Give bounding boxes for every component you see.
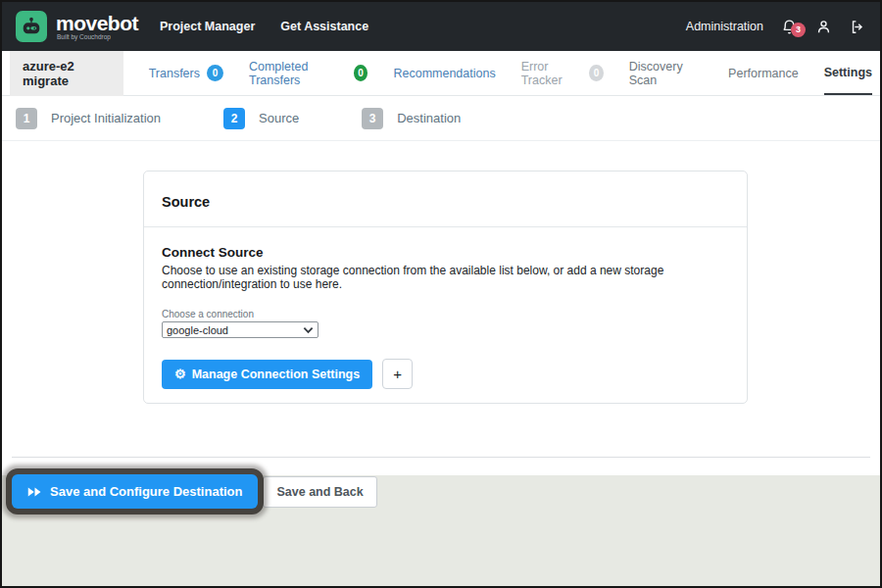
save-and-configure-destination-button[interactable]: Save and Configure Destination	[12, 474, 258, 509]
brand-text[interactable]: movebot Built by Couchdrop	[56, 13, 138, 41]
main-content: Source Connect Source Choose to use an e…	[2, 141, 880, 475]
tab-settings[interactable]: Settings	[824, 51, 872, 95]
fast-forward-icon	[27, 486, 42, 498]
step-source[interactable]: 2 Source	[223, 108, 299, 129]
project-name-pill[interactable]: azure-e2 migrate	[10, 51, 123, 96]
error-tracker-count-badge: 0	[589, 65, 604, 81]
source-card-body: Connect Source Choose to use an existing…	[144, 227, 747, 403]
tab-settings-label: Settings	[824, 66, 872, 79]
source-card: Source Connect Source Choose to use an e…	[143, 171, 748, 404]
tab-recommendations[interactable]: Recommendations	[393, 51, 495, 95]
top-navigation-bar: movebot Built by Couchdrop Project Manag…	[2, 2, 880, 51]
connect-source-title: Connect Source	[162, 245, 729, 260]
card-title: Source	[162, 194, 729, 210]
account-button[interactable]	[815, 19, 832, 35]
movebot-logo-icon[interactable]	[16, 11, 47, 42]
notification-count-badge: 3	[791, 23, 806, 37]
top-right-controls: Administration 3	[686, 19, 866, 35]
brand-name: movebot	[56, 13, 138, 33]
tab-transfers-label: Transfers	[149, 67, 200, 80]
step-3-label: Destination	[397, 111, 461, 125]
nav-project-manager[interactable]: Project Manager	[160, 20, 255, 33]
content-divider	[12, 457, 870, 458]
tab-transfers[interactable]: Transfers 0	[149, 51, 223, 95]
source-card-header: Source	[144, 172, 747, 227]
settings-stepper: 1 Project Initialization 2 Source 3 Dest…	[2, 96, 880, 141]
notifications-button[interactable]: 3	[781, 19, 798, 35]
tab-completed-transfers[interactable]: Completed Transfers 0	[249, 51, 368, 95]
plus-icon: +	[393, 366, 402, 382]
save-and-back-button[interactable]: Save and Back	[263, 476, 376, 508]
save-and-configure-destination-label: Save and Configure Destination	[50, 484, 242, 499]
person-icon	[815, 19, 832, 35]
tab-error-tracker-label: Error Tracker	[521, 60, 583, 87]
connection-buttons-row: ⚙ Manage Connection Settings +	[162, 359, 729, 389]
tab-discovery-scan-label: Discovery Scan	[629, 60, 703, 87]
step-3-number: 3	[362, 108, 383, 129]
save-and-back-label: Save and Back	[276, 485, 363, 499]
connection-select-value: google-cloud	[167, 324, 228, 336]
footer-actions: Save and Configure Destination Save and …	[12, 474, 880, 509]
transfers-count-badge: 0	[207, 65, 223, 81]
nav-get-assistance[interactable]: Get Assistance	[280, 20, 368, 33]
tab-performance-label: Performance	[728, 67, 799, 80]
tab-completed-transfers-label: Completed Transfers	[249, 60, 347, 87]
add-connection-button[interactable]: +	[382, 359, 413, 389]
tab-error-tracker[interactable]: Error Tracker 0	[521, 51, 604, 95]
step-2-number: 2	[223, 108, 245, 129]
manage-connection-settings-button[interactable]: ⚙ Manage Connection Settings	[162, 360, 372, 389]
step-project-initialization[interactable]: 1 Project Initialization	[16, 108, 161, 129]
tab-performance[interactable]: Performance	[728, 51, 799, 95]
sign-out-icon	[850, 19, 866, 35]
project-tab-bar: azure-e2 migrate Transfers 0 Completed T…	[2, 51, 880, 96]
top-nav-links: Project Manager Get Assistance	[160, 20, 368, 33]
step-destination[interactable]: 3 Destination	[362, 108, 461, 129]
app-window: movebot Built by Couchdrop Project Manag…	[0, 0, 882, 588]
connection-select[interactable]: google-cloud	[162, 321, 318, 338]
robot-icon	[21, 16, 42, 37]
tab-recommendations-label: Recommendations	[393, 67, 495, 80]
logout-button[interactable]	[850, 19, 866, 35]
step-2-label: Source	[259, 111, 299, 125]
step-1-label: Project Initialization	[51, 111, 161, 125]
gear-icon: ⚙	[174, 368, 186, 380]
brand-tagline: Built by Couchdrop	[56, 34, 138, 41]
connect-source-description: Choose to use an existing storage connec…	[162, 264, 729, 291]
tab-discovery-scan[interactable]: Discovery Scan	[629, 51, 703, 95]
step-1-number: 1	[16, 108, 37, 129]
nav-administration[interactable]: Administration	[686, 20, 763, 33]
completed-transfers-count-badge: 0	[354, 65, 368, 81]
connection-select-label: Choose a connection	[162, 309, 729, 319]
manage-connection-settings-label: Manage Connection Settings	[192, 368, 361, 381]
chevron-down-icon	[303, 326, 314, 334]
